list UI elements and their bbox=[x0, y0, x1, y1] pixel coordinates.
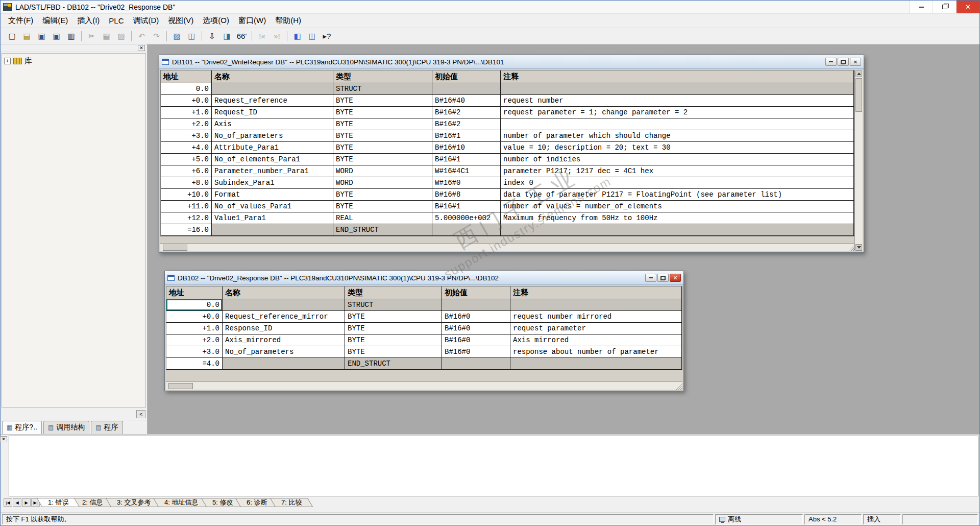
table-cell[interactable]: Request_reference_mirror bbox=[223, 311, 345, 322]
table-cell[interactable] bbox=[501, 83, 854, 94]
table-cell[interactable]: +11.0 bbox=[161, 201, 212, 212]
table-cell[interactable]: +2.0 bbox=[166, 334, 223, 346]
table-cell[interactable]: Subindex_Para1 bbox=[212, 177, 333, 188]
table-cell[interactable] bbox=[442, 299, 510, 310]
menu-item[interactable]: 编辑(E) bbox=[38, 14, 72, 28]
table-cell[interactable]: +2.0 bbox=[161, 118, 212, 130]
close-button[interactable]: ✕ bbox=[670, 274, 681, 282]
menu-item[interactable]: 视图(V) bbox=[163, 14, 198, 28]
table-cell[interactable]: +6.0 bbox=[161, 165, 212, 177]
table-cell[interactable]: Axis_mirrored bbox=[223, 334, 345, 346]
scrollbar-thumb[interactable] bbox=[168, 383, 193, 389]
reference-data-icon[interactable]: ◫ bbox=[185, 30, 199, 42]
table-cell[interactable]: +1.0 bbox=[161, 107, 212, 118]
tab-scroll-button[interactable]: ◀ bbox=[13, 498, 21, 507]
table-cell[interactable]: +5.0 bbox=[161, 154, 212, 165]
table-cell[interactable]: BYTE bbox=[345, 334, 442, 346]
table-cell[interactable]: BYTE bbox=[333, 142, 432, 153]
table-cell[interactable]: +1.0 bbox=[166, 323, 223, 334]
table-cell[interactable]: BYTE bbox=[333, 154, 432, 165]
table-cell[interactable]: B#16#8 bbox=[432, 189, 501, 200]
table-cell[interactable]: +0.0 bbox=[161, 95, 212, 106]
maximize-button[interactable] bbox=[933, 1, 956, 13]
db102-title-bar[interactable]: DB102 -- "Drive02_Response DB" -- PLC319… bbox=[165, 271, 683, 285]
table-cell[interactable]: +12.0 bbox=[161, 212, 212, 224]
monitor-icon[interactable]: 66' bbox=[235, 30, 249, 42]
table-cell[interactable]: Parameter_number_Para1 bbox=[212, 165, 333, 177]
table-cell[interactable] bbox=[212, 83, 333, 94]
table-cell[interactable]: REAL bbox=[333, 212, 432, 224]
output-tab[interactable]: 1: 错误 bbox=[37, 498, 80, 507]
output-close-icon[interactable]: ✕ bbox=[0, 436, 7, 442]
table-cell[interactable]: number of parameter which should change bbox=[501, 130, 854, 141]
table-cell[interactable]: B#16#0 bbox=[442, 346, 510, 357]
table-cell[interactable]: Attribute_Para1 bbox=[212, 142, 333, 153]
table-cell[interactable] bbox=[432, 224, 501, 235]
table-cell[interactable]: Axis bbox=[212, 118, 333, 130]
table-cell[interactable]: value = 10; description = 20; text = 30 bbox=[501, 142, 854, 153]
menu-item[interactable]: 帮助(H) bbox=[271, 14, 306, 28]
window-layout-1-icon[interactable]: ◧ bbox=[290, 30, 304, 42]
output-content[interactable] bbox=[9, 436, 978, 496]
restore-button[interactable] bbox=[838, 58, 849, 66]
sidebar-tab[interactable]: ▤程序 bbox=[91, 421, 122, 434]
table-cell[interactable]: BYTE bbox=[333, 107, 432, 118]
tab-scroll-button[interactable]: |◀ bbox=[4, 498, 12, 507]
program-elements-icon[interactable]: ▨ bbox=[170, 30, 184, 42]
table-cell[interactable]: number of indicies bbox=[501, 154, 854, 165]
table-cell[interactable]: WORD bbox=[333, 165, 432, 177]
vertical-scrollbar[interactable] bbox=[854, 70, 863, 251]
table-cell[interactable]: No_of_parameters bbox=[223, 346, 345, 357]
table-cell[interactable]: No_of_values_Para1 bbox=[212, 201, 333, 212]
horizontal-scrollbar[interactable] bbox=[160, 243, 854, 251]
table-cell[interactable]: +8.0 bbox=[161, 177, 212, 188]
table-cell[interactable]: request parameter bbox=[510, 323, 682, 334]
sidebar-tab[interactable]: ▦程序?.. bbox=[2, 421, 42, 434]
table-cell[interactable]: B#16#0 bbox=[442, 334, 510, 346]
table-cell[interactable]: No_of_parameters bbox=[212, 130, 333, 141]
table-cell[interactable]: W#16#4C1 bbox=[432, 165, 501, 177]
table-cell[interactable]: 0.0 bbox=[161, 83, 212, 94]
table-cell[interactable]: +3.0 bbox=[166, 346, 223, 357]
table-cell[interactable]: B#16#1 bbox=[432, 130, 501, 141]
table-cell[interactable]: request parameter = 1; change parameter … bbox=[501, 107, 854, 118]
sidebar-close-icon[interactable]: ✕ bbox=[138, 45, 145, 51]
minimize-button[interactable] bbox=[645, 274, 656, 282]
table-cell[interactable]: Value1_Para1 bbox=[212, 212, 333, 224]
save-as-icon[interactable]: ▣ bbox=[35, 30, 48, 42]
table-cell[interactable]: =16.0 bbox=[161, 224, 212, 235]
copy-icon[interactable]: ▦ bbox=[100, 30, 113, 42]
sidebar-tab[interactable]: ▤调用结构 bbox=[43, 421, 89, 434]
table-cell[interactable] bbox=[510, 299, 682, 310]
table-cell[interactable]: B#16#0 bbox=[442, 323, 510, 334]
table-cell[interactable]: +3.0 bbox=[161, 130, 212, 141]
table-cell[interactable]: STRUCT bbox=[333, 83, 432, 94]
table-cell[interactable]: response about number of parameter bbox=[510, 346, 682, 357]
table-cell[interactable] bbox=[501, 118, 854, 130]
table-cell[interactable]: number of values = number_of_elements bbox=[501, 201, 854, 212]
save-icon[interactable]: ▣ bbox=[50, 30, 63, 42]
table-cell[interactable] bbox=[442, 358, 510, 369]
table-cell[interactable]: B#16#1 bbox=[432, 154, 501, 165]
title-bar[interactable]: LAD/STL/FBD - DB102 -- "Drive02_Response… bbox=[1, 1, 979, 14]
close-button[interactable]: ✕ bbox=[956, 1, 979, 13]
new-file-icon[interactable]: ▢ bbox=[5, 30, 19, 42]
table-cell[interactable]: B#16#2 bbox=[432, 107, 501, 118]
redo-icon[interactable]: ↷ bbox=[150, 30, 163, 42]
table-cell[interactable]: parameter P1217; 1217 dec = 4C1 hex bbox=[501, 165, 854, 177]
table-cell[interactable]: B#16#1 bbox=[432, 201, 501, 212]
table-cell[interactable]: B#16#40 bbox=[432, 95, 501, 106]
menu-item[interactable]: 插入(I) bbox=[72, 14, 104, 28]
db101-title-bar[interactable]: DB101 -- "Drive02_WriteRequesr DB" -- PL… bbox=[159, 55, 864, 69]
table-cell[interactable] bbox=[501, 224, 854, 235]
table-cell[interactable] bbox=[223, 299, 345, 310]
first-error-icon[interactable]: !« bbox=[255, 30, 269, 42]
table-cell[interactable]: request number mirrored bbox=[510, 311, 682, 322]
output-tab[interactable]: 7: 比较 bbox=[270, 498, 313, 507]
table-cell[interactable]: BYTE bbox=[333, 189, 432, 200]
resize-grip[interactable] bbox=[847, 244, 854, 251]
table-cell[interactable]: +10.0 bbox=[161, 189, 212, 200]
table-cell[interactable]: BYTE bbox=[333, 118, 432, 130]
table-cell[interactable]: Request_ID bbox=[212, 107, 333, 118]
menu-item[interactable]: PLC bbox=[104, 14, 128, 27]
